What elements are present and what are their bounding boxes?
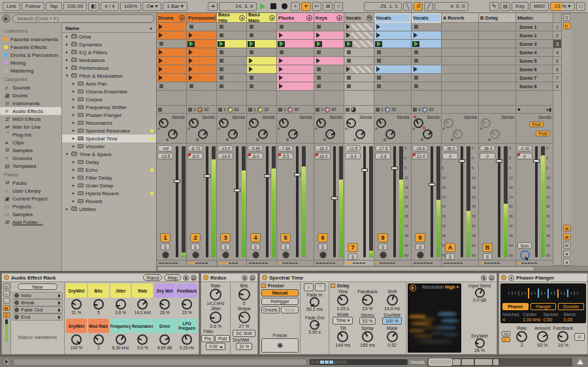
unfold-group-icon[interactable]: ▾ (269, 15, 275, 21)
play-button[interactable] (258, 2, 267, 11)
chevron-right-icon[interactable]: ▸ (65, 42, 69, 47)
param-value[interactable]: 3.90 s (308, 330, 321, 334)
overdub-button[interactable]: ⚭ (301, 2, 311, 11)
volume-value-field[interactable]: 0 (480, 153, 495, 159)
filter-value-field[interactable]: 0.00◀ (206, 343, 225, 350)
sidebar-item-mixing[interactable]: Mixing (0, 59, 61, 67)
display-play-icon[interactable] (410, 285, 416, 291)
sidebar-item-midi-effects[interactable]: ≣MIDI Effects (0, 115, 61, 123)
macro-variation-intro[interactable]: Intro (12, 292, 63, 299)
variation-launch-icon[interactable] (58, 301, 61, 305)
clip[interactable] (374, 65, 411, 74)
tree-item-dynamics[interactable]: ▸Dynamics (62, 40, 156, 48)
send-a-knob[interactable] (316, 118, 326, 128)
track-header[interactable]: A Reverb (442, 13, 478, 23)
fader-handle[interactable] (459, 159, 465, 163)
arm-button[interactable] (380, 251, 387, 259)
fader-handle[interactable] (174, 180, 180, 183)
tree-item-filter-delay[interactable]: ▸Filter Delay (62, 174, 156, 182)
chevron-right-icon[interactable]: ▸ (71, 183, 76, 188)
send-a-knob[interactable] (481, 118, 491, 128)
clip-stop-slot[interactable] (247, 82, 276, 91)
ramp-icon[interactable]: ⌃ (315, 283, 325, 291)
fader-handle[interactable] (294, 173, 301, 176)
tree-item-time-space[interactable]: ▾Time & Space (62, 150, 156, 158)
quantize-menu[interactable]: O● ▾ (142, 2, 161, 11)
clip[interactable] (412, 31, 441, 40)
send-b-knob[interactable] (385, 129, 395, 139)
scene-launch-row[interactable]: Scene 2 (516, 31, 553, 40)
post-button-a[interactable]: Post (529, 121, 544, 127)
clip-stop-icon[interactable] (376, 108, 380, 112)
volume-value-field[interactable]: -6.0 (248, 153, 263, 159)
macro-knob[interactable] (71, 334, 82, 345)
tree-item-grain-delay[interactable]: ▸Grain Delay (62, 182, 156, 189)
sidebar-item-grooves[interactable]: ≈Grooves (0, 154, 61, 162)
clip-play-icon[interactable] (159, 75, 163, 80)
sidebar-item-audio-effects[interactable]: ≡Audio Effects (0, 107, 61, 115)
clip[interactable] (374, 23, 411, 31)
loop-button[interactable]: ↺ (414, 2, 423, 11)
clip-stop-slot[interactable] (344, 74, 374, 82)
volume-fader[interactable] (333, 146, 336, 257)
solo-button[interactable]: S (483, 253, 492, 260)
launch-quantize-menu[interactable]: 1 Bar ▾ (163, 2, 187, 11)
track-activator-button[interactable]: 9 (415, 233, 425, 242)
rate-knob[interactable] (210, 289, 221, 300)
new-variation-button[interactable]: New (18, 283, 57, 290)
volume-fader[interactable] (535, 146, 538, 257)
track-header[interactable]: Drums▾ (157, 13, 186, 23)
sidebar-item-sounds[interactable]: ♬Sounds (0, 84, 61, 91)
clip-stop-slot[interactable] (217, 82, 246, 91)
peak-level-field[interactable]: -5.89 (248, 145, 263, 152)
xfade-icon[interactable]: ⤫ (304, 283, 314, 291)
sidebar-item-samples[interactable]: □Samples (0, 210, 61, 218)
clip-stop-slot[interactable] (344, 57, 374, 65)
clip-play-icon[interactable] (414, 33, 417, 38)
playing-clip[interactable] (344, 40, 374, 48)
scene-number[interactable]: 7 (553, 74, 561, 82)
macro-knob[interactable] (137, 299, 148, 310)
track-header[interactable]: Vocals (412, 13, 441, 23)
midi-map-button[interactable]: MIDI (530, 2, 549, 11)
clip-stop-icon[interactable] (316, 108, 319, 112)
macro-value[interactable]: 100 % (71, 345, 82, 350)
unfold-group-icon[interactable]: ▾ (239, 15, 245, 21)
show-chains-icon[interactable]: ☰ (3, 312, 10, 318)
clip-stop-slot[interactable] (187, 23, 216, 31)
clip-play-icon[interactable] (189, 50, 193, 55)
peak-level-field[interactable]: -6.72 (188, 145, 203, 152)
clip[interactable] (314, 31, 344, 40)
chevron-down-icon[interactable]: ▾ (65, 73, 69, 78)
clip[interactable] (344, 65, 374, 74)
tap-tempo-button[interactable]: Tap (46, 2, 62, 11)
scene-launch-row[interactable]: Scene 5 (516, 57, 553, 65)
scene-launch-row[interactable]: Scene 4 (516, 48, 553, 57)
chevron-right-icon[interactable]: ▸ (65, 57, 69, 63)
remove-macro-icon[interactable]: − (3, 298, 10, 304)
search-input[interactable]: Search (Cmd + F) (12, 14, 154, 23)
clip-play-button[interactable] (248, 41, 255, 47)
back-to-arrangement-button[interactable]: ↩ (312, 2, 322, 11)
chevron-right-icon[interactable]: ▸ (65, 65, 69, 71)
clip-stop-slot[interactable] (277, 48, 314, 57)
clip-play-button[interactable] (278, 41, 285, 47)
drywet-value[interactable]: 28 % (474, 348, 485, 353)
chevron-right-icon[interactable]: ▸ (71, 97, 76, 102)
device-on-toggle[interactable] (203, 275, 208, 280)
clip-play-icon[interactable] (279, 33, 283, 38)
tree-item-echo[interactable]: ▸Echo (62, 166, 156, 174)
clip[interactable] (187, 65, 216, 74)
send-a-knob[interactable] (414, 118, 423, 128)
param-value[interactable]: 27 % (239, 324, 250, 328)
solo-button[interactable]: S (446, 253, 455, 260)
clip[interactable] (157, 74, 186, 82)
track-header[interactable]: Keys▾ (314, 13, 344, 23)
volume-fader[interactable] (296, 146, 299, 257)
tree-item-delay[interactable]: ▸Delay (62, 158, 156, 166)
add-macro-icon[interactable]: + (3, 291, 10, 296)
track-activator-button[interactable]: 4 (250, 233, 261, 242)
rate-hz-button[interactable]: Hz (502, 331, 510, 336)
clip[interactable] (157, 48, 186, 57)
chevron-right-icon[interactable]: ▸ (71, 167, 76, 172)
